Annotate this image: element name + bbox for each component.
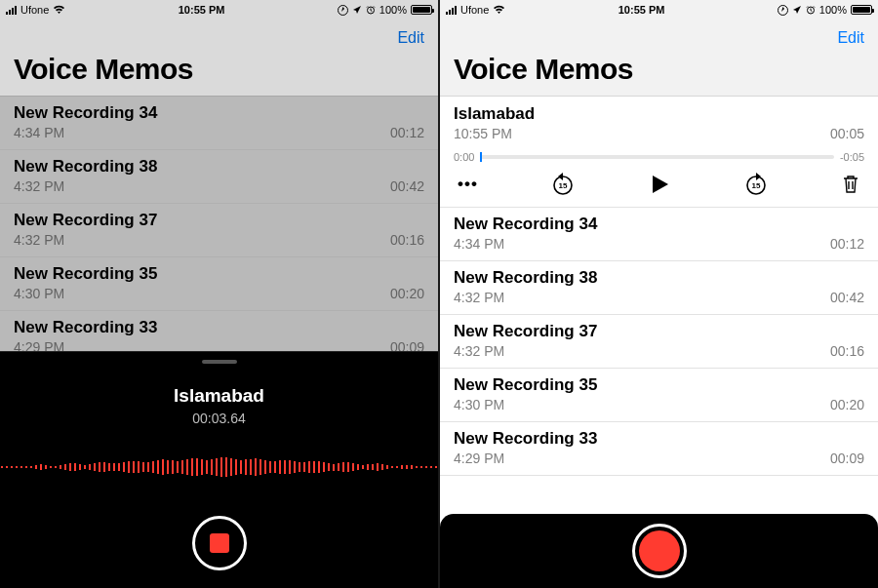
wifi-icon (493, 5, 505, 15)
location-arrow-icon (352, 5, 362, 15)
trash-icon[interactable] (841, 174, 860, 195)
page-title: Voice Memos (14, 53, 424, 90)
recording-duration: 00:42 (830, 290, 864, 305)
carrier-label: Ufone (460, 4, 489, 16)
recording-time: 4:34 PM (454, 236, 504, 252)
battery-label: 100% (379, 4, 407, 16)
recording-duration: 00:12 (390, 125, 424, 140)
list-item[interactable]: New Recording 35 4:30 PM00:20 (440, 369, 878, 422)
recording-duration: 00:42 (390, 178, 424, 194)
svg-text:15: 15 (558, 181, 567, 190)
recording-time: 4:30 PM (454, 397, 504, 412)
recording-name: New Recording 34 (14, 103, 424, 123)
signal-bars-icon (6, 6, 17, 15)
recording-duration: 00:20 (390, 286, 424, 301)
waveform (0, 448, 438, 487)
location-arrow-icon (792, 5, 802, 15)
compass-icon (778, 5, 788, 16)
recording-time: 4:29 PM (454, 451, 504, 466)
scrubber-head[interactable] (480, 152, 482, 162)
list-item[interactable]: New Recording 34 4:34 PM00:12 (440, 208, 878, 261)
recording-sheet-elapsed: 00:03.64 (192, 411, 246, 426)
record-button[interactable] (632, 524, 687, 578)
recording-name: New Recording 37 (454, 322, 864, 341)
alarm-icon (806, 5, 816, 15)
position-label: 0:00 (454, 151, 474, 163)
list-item[interactable]: New Recording 38 4:32 PM00:42 (0, 150, 438, 204)
clock-label: 10:55 PM (179, 4, 225, 16)
page-title: Voice Memos (454, 53, 864, 90)
recording-time: 4:32 PM (454, 290, 504, 305)
recording-name: New Recording 33 (454, 429, 864, 449)
recording-time: 4:32 PM (14, 178, 64, 194)
phone-right-playback: Ufone 10:55 PM 100% Edit Voice Memos Isl… (440, 0, 878, 588)
phone-left-recording: Ufone 10:55 PM 100% Edit Voice Memos New… (0, 0, 438, 588)
list-item[interactable]: New Recording 33 4:29 PM00:09 (440, 422, 878, 476)
recording-sheet-name: Islamabad (174, 385, 264, 407)
recording-time: 4:32 PM (14, 232, 64, 248)
recording-duration: 00:20 (830, 397, 864, 412)
recording-duration: 00:16 (830, 343, 864, 359)
scrubber[interactable]: 0:00 -0:05 (454, 151, 864, 163)
recording-name: Islamabad (454, 104, 864, 124)
battery-label: 100% (819, 4, 847, 16)
play-icon[interactable] (648, 173, 671, 196)
list-item[interactable]: New Recording 37 4:32 PM00:16 (440, 315, 878, 369)
battery-icon (411, 5, 432, 15)
list-item[interactable]: New Recording 35 4:30 PM00:20 (0, 257, 438, 311)
recording-name: New Recording 33 (14, 318, 424, 337)
stop-icon (210, 533, 229, 553)
signal-bars-icon (446, 6, 457, 15)
recording-time: 4:32 PM (454, 343, 504, 359)
skip-forward-15-icon[interactable]: 15 (743, 172, 769, 197)
status-bar: Ufone 10:55 PM 100% (0, 0, 438, 20)
remaining-label: -0:05 (840, 151, 864, 163)
status-bar: Ufone 10:55 PM 100% (440, 0, 878, 20)
clock-label: 10:55 PM (619, 4, 665, 16)
list-item[interactable]: New Recording 38 4:32 PM00:42 (440, 261, 878, 315)
svg-text:15: 15 (752, 181, 761, 190)
battery-icon (851, 5, 872, 15)
recording-time: 4:30 PM (14, 286, 64, 301)
recording-time: 10:55 PM (454, 126, 512, 141)
list-item[interactable]: New Recording 34 4:34 PM00:12 (0, 97, 438, 150)
wifi-icon (53, 5, 65, 15)
recording-time: 4:34 PM (14, 125, 64, 140)
selected-recording[interactable]: Islamabad 10:55 PM00:05 0:00 -0:05 ••• 1… (440, 97, 878, 208)
compass-icon (338, 5, 348, 16)
recording-sheet[interactable]: Islamabad 00:03.64 (0, 351, 438, 588)
skip-back-15-icon[interactable]: 15 (550, 172, 576, 197)
edit-button[interactable]: Edit (837, 29, 864, 47)
recording-name: New Recording 38 (14, 157, 424, 176)
list-item[interactable]: New Recording 37 4:32 PM00:16 (0, 204, 438, 257)
recording-name: New Recording 38 (454, 268, 864, 288)
header: Edit Voice Memos (440, 20, 878, 96)
recording-duration: 00:05 (830, 126, 864, 141)
record-icon (639, 530, 680, 571)
recording-duration: 00:09 (830, 451, 864, 466)
recording-name: New Recording 34 (454, 215, 864, 234)
recording-name: New Recording 35 (14, 264, 424, 284)
record-dock (440, 514, 878, 588)
header: Edit Voice Memos (0, 20, 438, 96)
recording-duration: 00:12 (830, 236, 864, 252)
alarm-icon (366, 5, 376, 15)
carrier-label: Ufone (20, 4, 49, 16)
recording-duration: 00:16 (390, 232, 424, 248)
edit-button[interactable]: Edit (397, 29, 424, 47)
stop-record-button[interactable] (192, 516, 247, 570)
more-options-button[interactable]: ••• (458, 175, 478, 194)
recording-name: New Recording 35 (454, 375, 864, 395)
grabber-handle[interactable] (202, 360, 237, 364)
scrubber-track[interactable] (480, 155, 834, 159)
recording-name: New Recording 37 (14, 211, 424, 230)
